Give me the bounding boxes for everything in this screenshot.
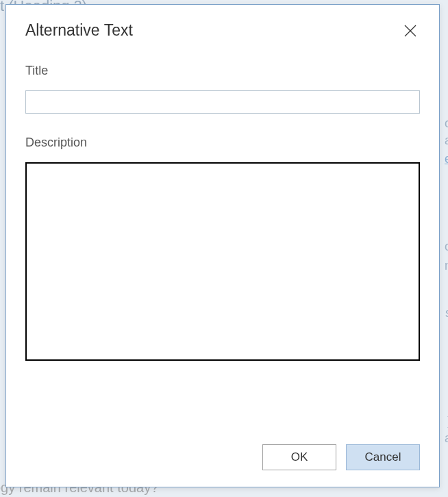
cancel-button[interactable]: Cancel xyxy=(346,444,420,470)
dialog-title: Alternative Text xyxy=(25,21,133,40)
button-row: OK Cancel xyxy=(25,431,420,470)
ok-button[interactable]: OK xyxy=(262,444,336,470)
alternative-text-dialog: Alternative Text Title Description OK Ca… xyxy=(5,4,440,487)
background-text: n xyxy=(445,259,448,273)
title-label: Title xyxy=(25,64,420,78)
background-text: s xyxy=(445,306,448,320)
close-button[interactable] xyxy=(401,21,420,40)
description-label: Description xyxy=(25,136,420,150)
close-icon xyxy=(403,24,417,38)
background-text: a xyxy=(445,133,448,148)
background-text: o xyxy=(445,240,448,254)
dialog-header: Alternative Text xyxy=(25,21,420,40)
background-text: e xyxy=(445,152,448,166)
title-input[interactable] xyxy=(25,90,420,114)
background-text: o xyxy=(445,116,448,131)
description-textarea[interactable] xyxy=(25,162,420,361)
background-text: a xyxy=(445,431,448,446)
